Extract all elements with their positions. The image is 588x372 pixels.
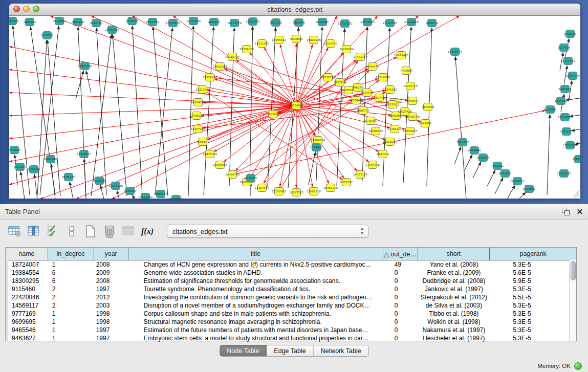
graph-node[interactable]: 9686345 (316, 18, 329, 26)
graph-node[interactable]: 16954790 (191, 99, 205, 106)
graph-node[interactable]: 10653287 (246, 18, 260, 26)
tab-node-table[interactable]: Node Table (220, 345, 267, 356)
graph-node[interactable]: 1861302 (24, 18, 36, 26)
graph-node[interactable]: 9832263 (208, 18, 221, 26)
graph-node[interactable]: 15956993 (213, 161, 227, 169)
graph-node[interactable]: 1527902 (270, 19, 282, 27)
function-builder-button[interactable]: f(x) (141, 224, 154, 238)
graph-node[interactable]: 746266 (353, 84, 363, 92)
graph-node[interactable]: 9143921 (377, 150, 389, 158)
graph-node[interactable]: 10973493 (394, 52, 408, 59)
graph-node[interactable]: 9546325 (62, 173, 75, 181)
graph-node[interactable]: 21206417 (77, 150, 91, 158)
graph-node[interactable]: 16461218 (323, 184, 338, 192)
graph-node[interactable]: 16211072 (255, 40, 269, 48)
graph-node[interactable]: 20691406 (105, 26, 119, 34)
graph-node[interactable]: 9277424 (558, 44, 571, 52)
graph-node[interactable]: 1595813 (564, 30, 577, 38)
graph-node[interactable]: 10807487 (372, 94, 386, 102)
graph-node[interactable]: 7632621 (491, 162, 504, 170)
table-row[interactable]: 977716911998Corpus callosum shape and si… (6, 310, 576, 318)
graph-node[interactable]: 21030595 (557, 170, 571, 178)
column-header-short[interactable]: short (418, 248, 490, 260)
graph-node[interactable]: 1244413 (555, 97, 568, 105)
resize-grip[interactable] (572, 190, 579, 198)
graph-node[interactable]: 15992971 (559, 128, 574, 136)
table-mode-button[interactable] (8, 224, 21, 238)
graph-node[interactable]: 1444962 (559, 85, 572, 93)
minimize-window-button[interactable] (23, 6, 30, 12)
graph-node[interactable]: 1167533 (573, 156, 580, 163)
graph-node[interactable]: 9046161 (426, 19, 439, 27)
column-header-in_degree[interactable]: in_degree (48, 248, 94, 260)
graph-node[interactable]: 17554300 (365, 161, 380, 169)
select-columns-button[interactable] (46, 224, 59, 238)
graph-node[interactable]: 9990075 (366, 63, 379, 71)
graph-node[interactable]: 9777169 (334, 79, 346, 86)
graph-node[interactable]: 11431754 (353, 53, 367, 61)
table-row[interactable]: 1938455462009Genome-wide association stu… (6, 269, 576, 277)
graph-node[interactable]: 8471676 (499, 170, 512, 178)
graph-node[interactable]: 3824534 (361, 89, 374, 97)
graph-node[interactable]: 9546329 (124, 187, 137, 195)
graph-node[interactable]: 7485063 (400, 67, 413, 75)
graph-node[interactable]: 16959974 (339, 46, 354, 53)
graph-node[interactable]: 12077604 (169, 195, 183, 199)
table-row[interactable]: 946362711997Embryonic stem cells: a mode… (6, 334, 576, 342)
graph-node[interactable]: 2405572 (41, 32, 54, 39)
graph-node[interactable]: 12214288 (376, 74, 390, 81)
table-selector-dropdown[interactable]: citations_edges.txt ▲▼ (167, 225, 368, 238)
graph-node[interactable]: 2933514 (477, 154, 490, 162)
graph-node[interactable]: 6466160 (293, 19, 306, 27)
graph-node[interactable]: 12955812 (272, 36, 286, 44)
graph-node[interactable]: 9806818 (290, 35, 303, 43)
delete-column-button[interactable] (103, 224, 116, 238)
close-panel-icon[interactable]: ✕ (576, 208, 583, 215)
tab-network-table[interactable]: Network Table (314, 345, 368, 356)
graph-node[interactable]: 15722476 (166, 19, 180, 27)
column-header-year[interactable]: year (94, 248, 128, 260)
graph-node[interactable]: 12213946 (195, 86, 210, 94)
graph-node[interactable]: 16734022 (239, 46, 254, 53)
graph-node[interactable]: 19210724 (225, 53, 239, 61)
table-row[interactable]: 1830029562008Estimation of significance … (6, 277, 576, 285)
graph-node[interactable]: 12077603 (360, 18, 375, 26)
graph-node[interactable]: 10654112 (510, 178, 525, 185)
graph-node[interactable]: 9361022 (340, 179, 353, 186)
graph-node[interactable]: 11731058 (186, 17, 201, 25)
column-header-pagerank[interactable]: pagerank (490, 248, 576, 260)
graph-node[interactable]: 16157278 (227, 19, 242, 27)
graph-node[interactable]: 12007210 (307, 188, 321, 195)
zoom-window-button[interactable] (33, 6, 39, 12)
graph-node[interactable]: 22406212 (189, 112, 204, 120)
graph-node[interactable]: 7986372 (357, 107, 369, 115)
graph-node[interactable]: 19210722 (321, 74, 335, 81)
table-row[interactable]: 911546021997Tourette syndrome. Phenomeno… (6, 285, 576, 293)
graph-node[interactable]: 17016504 (563, 142, 577, 149)
graph-node[interactable]: 15157962 (272, 188, 286, 195)
column-header-name[interactable]: name (6, 248, 48, 260)
graph-node[interactable]: 15720407 (363, 117, 378, 125)
column-header-title[interactable]: title (128, 248, 383, 260)
table-row[interactable]: 1872400712008Changes of HCN gene express… (6, 260, 576, 269)
table-row[interactable]: 969969511998Structural magnetic resonanc… (6, 318, 576, 326)
graph-node[interactable]: 14737174 (353, 171, 367, 179)
graph-node[interactable]: 10688609 (368, 127, 383, 135)
graph-node[interactable]: 11381111 (387, 125, 402, 133)
graph-node[interactable]: 18157278 (191, 125, 205, 133)
graph-node[interactable]: 15342744 (565, 72, 580, 80)
table-row[interactable]: 1456911722003Disruption of a novel membe… (6, 301, 576, 310)
new-column-button[interactable] (84, 224, 97, 238)
network-window-titlebar[interactable]: citations_edges.txt (9, 4, 580, 16)
graph-node[interactable]: 15820236 (307, 36, 321, 44)
graph-node[interactable]: 12524038 (203, 74, 217, 81)
graph-node[interactable]: 9546328 (146, 18, 159, 26)
graph-node[interactable]: 9463627 (406, 97, 419, 105)
show-columns-button[interactable] (27, 224, 40, 238)
graph-node[interactable]: 9154598 (28, 166, 40, 173)
graph-node[interactable]: 16210643 (558, 114, 572, 121)
tab-edge-table[interactable]: Edge Table (267, 345, 313, 356)
graph-node[interactable]: 12975115 (403, 82, 418, 90)
scrollbar-thumb[interactable] (571, 261, 576, 280)
graph-node[interactable]: 10719135 (338, 20, 352, 28)
